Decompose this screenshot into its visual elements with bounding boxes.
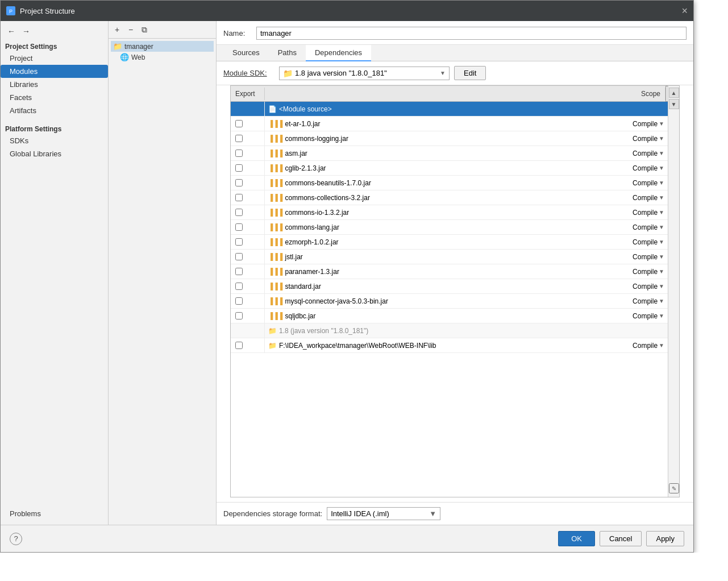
sidebar-item-modules[interactable]: Modules [1,65,108,78]
tree-item-tmanager[interactable]: 📁 tmanager [111,41,214,52]
tree-item-web[interactable]: 🌐 Web [111,52,214,63]
dep-checkbox-1[interactable] [235,135,243,142]
edit-sdk-button[interactable]: Edit [454,66,486,80]
sidebar-item-project[interactable]: Project [1,52,108,65]
scope-dropdown-15[interactable]: ▼ [659,342,664,348]
edit-dep-button[interactable]: ✎ [669,483,679,493]
sidebar-item-facets[interactable]: Facets [1,91,108,104]
dep-checkbox-3[interactable] [235,164,243,172]
dep-check-6[interactable] [231,205,265,219]
dep-check-8[interactable] [231,235,265,249]
scope-dropdown-11[interactable]: ▼ [659,283,664,289]
dep-scope-15[interactable]: Compile▼ [611,342,668,350]
add-module-button[interactable]: + [111,23,123,36]
dep-check-4[interactable] [231,176,265,190]
tab-dependencies[interactable]: Dependencies [306,45,371,61]
dep-check-1[interactable] [231,131,265,146]
dep-scope-10[interactable]: Compile▼ [611,268,668,276]
dep-checkbox-0[interactable] [235,120,243,127]
dep-scope-3[interactable]: Compile▼ [611,164,668,172]
dep-check-10[interactable] [231,264,265,279]
tab-sources[interactable]: Sources [223,45,269,61]
dep-check-13[interactable] [231,309,265,323]
scope-dropdown-2[interactable]: ▼ [659,150,664,156]
dep-scope-6[interactable]: Compile▼ [611,209,668,217]
scope-dropdown-9[interactable]: ▼ [659,254,664,260]
dep-row-4[interactable]: ▐▐▐commons-beanutils-1.7.0.jar Compile▼ [231,176,679,190]
ok-button[interactable]: OK [558,531,595,546]
sidebar-item-artifacts[interactable]: Artifacts [1,104,108,117]
dep-scope-8[interactable]: Compile▼ [611,238,668,246]
scope-dropdown-4[interactable]: ▼ [659,180,664,186]
dep-scope-7[interactable]: Compile▼ [611,223,668,231]
dep-check-5[interactable] [231,190,265,205]
dep-scope-1[interactable]: Compile▼ [611,135,668,143]
scope-dropdown-13[interactable]: ▼ [659,313,664,319]
dep-checkbox-8[interactable] [235,238,243,246]
scroll-up-button[interactable]: ▲ [669,88,679,98]
dep-checkbox-4[interactable] [235,179,243,186]
dep-scope-11[interactable]: Compile▼ [611,283,668,290]
dep-row-8[interactable]: ▐▐▐ezmorph-1.0.2.jar Compile▼ [231,235,679,250]
dep-checkbox-6[interactable] [235,209,243,216]
storage-select[interactable]: IntelliJ IDEA (.iml) ▼ [327,507,440,520]
dep-checkbox-10[interactable] [235,268,243,275]
dep-scope-9[interactable]: Compile▼ [611,253,668,261]
dep-row-13[interactable]: ▐▐▐sqljdbc.jar Compile▼ [231,309,679,323]
dep-scope-5[interactable]: Compile▼ [611,194,668,202]
name-input[interactable] [256,27,687,40]
dep-row-1[interactable]: ▐▐▐commons-logging.jar Compile▼ [231,131,679,146]
dep-row-6[interactable]: ▐▐▐commons-io-1.3.2.jar Compile▼ [231,205,679,220]
dep-check-11[interactable] [231,279,265,293]
dep-checkbox-9[interactable] [235,253,243,260]
apply-button[interactable]: Apply [646,531,684,546]
scope-dropdown-0[interactable]: ▼ [659,121,664,127]
scope-dropdown-7[interactable]: ▼ [659,224,664,230]
nav-back-button[interactable]: ← [5,25,18,38]
dep-check-3[interactable] [231,161,265,175]
scope-dropdown-12[interactable]: ▼ [659,298,664,304]
scope-dropdown-10[interactable]: ▼ [659,268,664,275]
remove-module-button[interactable]: − [124,23,137,36]
dep-scope-13[interactable]: Compile▼ [611,312,668,320]
dep-checkbox-13[interactable] [235,312,243,319]
help-button[interactable]: ? [10,533,22,545]
dep-row-3[interactable]: ▐▐▐cglib-2.1.3.jar Compile▼ [231,161,679,176]
scroll-down-button[interactable]: ▼ [669,99,679,109]
sidebar-item-global-libraries[interactable]: Global Libraries [1,147,108,160]
dep-checkbox-2[interactable] [235,150,243,157]
dep-row-14[interactable]: 📁 1.8 (java version "1.8.0_181") [231,323,679,338]
dep-check-2[interactable] [231,146,265,160]
dep-checkbox-5[interactable] [235,194,243,201]
dep-scope-0[interactable]: Compile▼ [611,120,668,128]
scope-dropdown-1[interactable]: ▼ [659,135,664,142]
dep-row-9[interactable]: ▐▐▐jstl.jar Compile▼ [231,250,679,264]
dep-check-0[interactable] [231,117,265,131]
sidebar-item-libraries[interactable]: Libraries [1,78,108,91]
scope-dropdown-5[interactable]: ▼ [659,194,664,201]
dep-row-15[interactable]: 📁F:\IDEA_workpace\tmanager\WebRoot\WEB-I… [231,338,679,353]
scope-dropdown-6[interactable]: ▼ [659,209,664,215]
dep-check-9[interactable] [231,250,265,264]
dep-row-0[interactable]: ▐▐▐et-ar-1.0.jar Compile▼ [231,117,679,131]
copy-module-button[interactable]: ⧉ [138,23,151,36]
dep-check-15[interactable] [231,338,265,352]
dep-scope-4[interactable]: Compile▼ [611,179,668,187]
dep-checkbox-15[interactable] [235,342,243,349]
dep-row-2[interactable]: ▐▐▐asm.jar Compile▼ [231,146,679,161]
sidebar-item-sdks[interactable]: SDKs [1,134,108,147]
dep-row-11[interactable]: ▐▐▐standard.jar Compile▼ [231,279,679,294]
tab-paths[interactable]: Paths [269,45,306,61]
sidebar-item-problems[interactable]: Problems [1,507,108,522]
dep-row-5[interactable]: ▐▐▐commons-collections-3.2.jar Compile▼ [231,190,679,205]
nav-forward-button[interactable]: → [20,25,32,38]
close-button[interactable]: × [681,6,688,16]
dep-checkbox-12[interactable] [235,297,243,305]
dep-row-10[interactable]: ▐▐▐paranamer-1.3.jar Compile▼ [231,264,679,279]
scope-dropdown-3[interactable]: ▼ [659,165,664,171]
dep-row-12[interactable]: ▐▐▐mysql-connector-java-5.0.3-bin.jar Co… [231,294,679,309]
cancel-button[interactable]: Cancel [600,531,642,546]
dep-check-7[interactable] [231,220,265,234]
dep-scope-12[interactable]: Compile▼ [611,297,668,305]
dep-row-7[interactable]: ▐▐▐commons-lang.jar Compile▼ [231,220,679,235]
